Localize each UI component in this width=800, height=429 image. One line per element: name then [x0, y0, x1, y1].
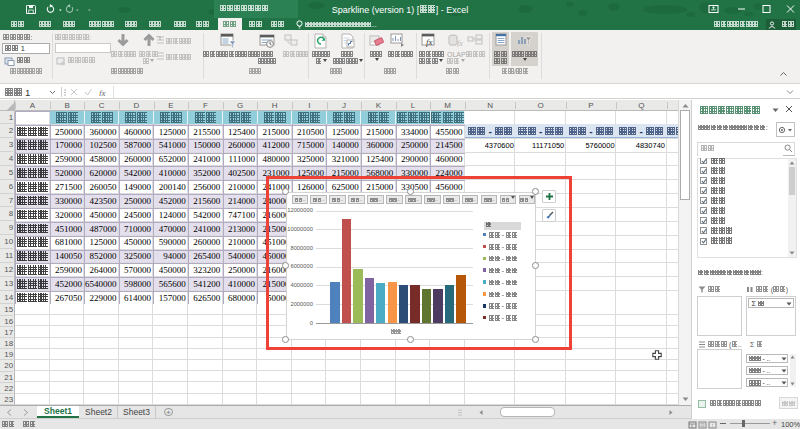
- svg-text:fx: fx: [99, 88, 106, 96]
- svg-text:fx: fx: [457, 39, 463, 47]
- svg-text:fx: fx: [426, 37, 433, 47]
